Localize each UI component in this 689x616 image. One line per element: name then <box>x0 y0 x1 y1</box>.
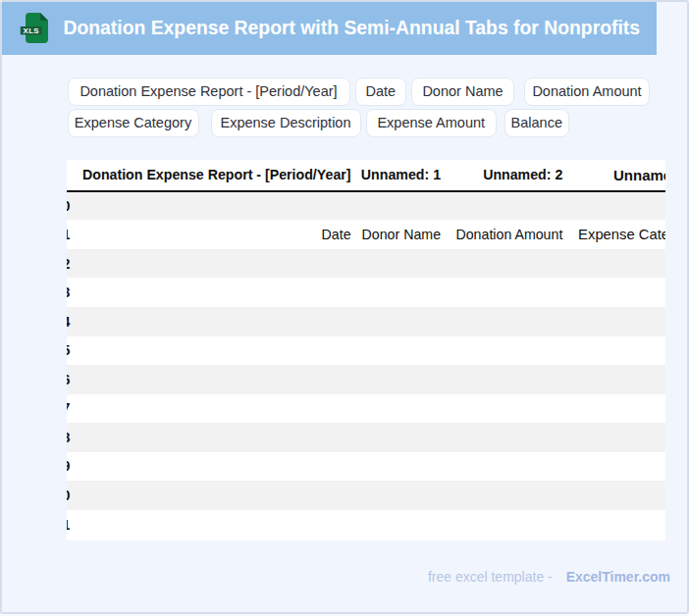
svg-text:XLS: XLS <box>24 26 39 35</box>
